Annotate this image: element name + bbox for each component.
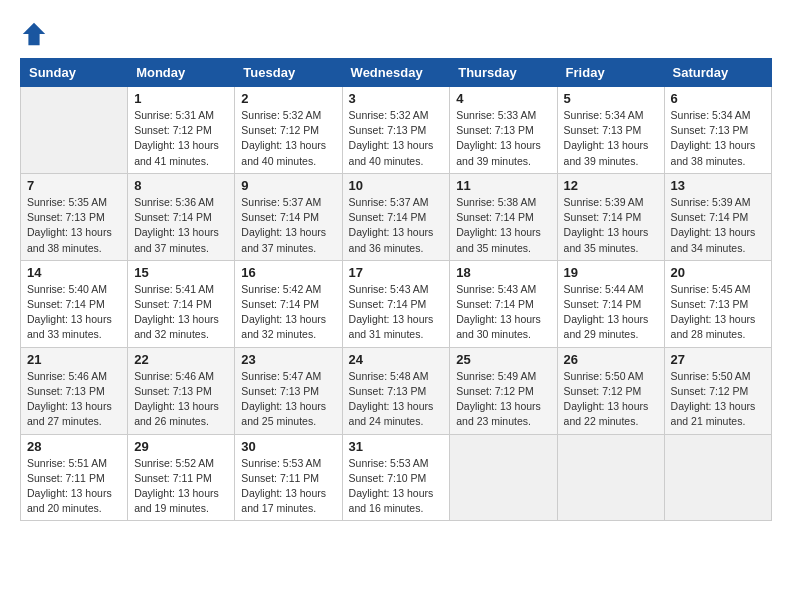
calendar-cell: 24Sunrise: 5:48 AMSunset: 7:13 PMDayligh… bbox=[342, 347, 450, 434]
day-number: 17 bbox=[349, 265, 444, 280]
day-info: Sunrise: 5:46 AMSunset: 7:13 PMDaylight:… bbox=[134, 369, 228, 430]
day-number: 30 bbox=[241, 439, 335, 454]
day-number: 10 bbox=[349, 178, 444, 193]
day-info: Sunrise: 5:44 AMSunset: 7:14 PMDaylight:… bbox=[564, 282, 658, 343]
day-number: 24 bbox=[349, 352, 444, 367]
day-number: 12 bbox=[564, 178, 658, 193]
calendar-cell: 7Sunrise: 5:35 AMSunset: 7:13 PMDaylight… bbox=[21, 173, 128, 260]
column-header-thursday: Thursday bbox=[450, 59, 557, 87]
week-row-4: 21Sunrise: 5:46 AMSunset: 7:13 PMDayligh… bbox=[21, 347, 772, 434]
day-info: Sunrise: 5:45 AMSunset: 7:13 PMDaylight:… bbox=[671, 282, 765, 343]
day-number: 31 bbox=[349, 439, 444, 454]
calendar-cell: 10Sunrise: 5:37 AMSunset: 7:14 PMDayligh… bbox=[342, 173, 450, 260]
calendar-cell: 31Sunrise: 5:53 AMSunset: 7:10 PMDayligh… bbox=[342, 434, 450, 521]
day-info: Sunrise: 5:36 AMSunset: 7:14 PMDaylight:… bbox=[134, 195, 228, 256]
day-info: Sunrise: 5:53 AMSunset: 7:11 PMDaylight:… bbox=[241, 456, 335, 517]
day-number: 25 bbox=[456, 352, 550, 367]
day-info: Sunrise: 5:41 AMSunset: 7:14 PMDaylight:… bbox=[134, 282, 228, 343]
day-number: 7 bbox=[27, 178, 121, 193]
calendar-body: 1Sunrise: 5:31 AMSunset: 7:12 PMDaylight… bbox=[21, 87, 772, 521]
day-info: Sunrise: 5:37 AMSunset: 7:14 PMDaylight:… bbox=[241, 195, 335, 256]
day-info: Sunrise: 5:52 AMSunset: 7:11 PMDaylight:… bbox=[134, 456, 228, 517]
calendar-cell: 13Sunrise: 5:39 AMSunset: 7:14 PMDayligh… bbox=[664, 173, 771, 260]
day-number: 13 bbox=[671, 178, 765, 193]
calendar-cell: 9Sunrise: 5:37 AMSunset: 7:14 PMDaylight… bbox=[235, 173, 342, 260]
day-info: Sunrise: 5:34 AMSunset: 7:13 PMDaylight:… bbox=[671, 108, 765, 169]
column-header-friday: Friday bbox=[557, 59, 664, 87]
calendar-header-row: SundayMondayTuesdayWednesdayThursdayFrid… bbox=[21, 59, 772, 87]
day-info: Sunrise: 5:53 AMSunset: 7:10 PMDaylight:… bbox=[349, 456, 444, 517]
logo bbox=[20, 20, 52, 48]
day-number: 22 bbox=[134, 352, 228, 367]
day-info: Sunrise: 5:32 AMSunset: 7:13 PMDaylight:… bbox=[349, 108, 444, 169]
calendar-cell: 1Sunrise: 5:31 AMSunset: 7:12 PMDaylight… bbox=[128, 87, 235, 174]
day-info: Sunrise: 5:48 AMSunset: 7:13 PMDaylight:… bbox=[349, 369, 444, 430]
calendar-table: SundayMondayTuesdayWednesdayThursdayFrid… bbox=[20, 58, 772, 521]
calendar-cell: 23Sunrise: 5:47 AMSunset: 7:13 PMDayligh… bbox=[235, 347, 342, 434]
day-info: Sunrise: 5:32 AMSunset: 7:12 PMDaylight:… bbox=[241, 108, 335, 169]
calendar-cell: 12Sunrise: 5:39 AMSunset: 7:14 PMDayligh… bbox=[557, 173, 664, 260]
day-info: Sunrise: 5:43 AMSunset: 7:14 PMDaylight:… bbox=[349, 282, 444, 343]
calendar-cell: 6Sunrise: 5:34 AMSunset: 7:13 PMDaylight… bbox=[664, 87, 771, 174]
calendar-cell bbox=[450, 434, 557, 521]
calendar-cell: 11Sunrise: 5:38 AMSunset: 7:14 PMDayligh… bbox=[450, 173, 557, 260]
calendar-cell bbox=[21, 87, 128, 174]
day-info: Sunrise: 5:47 AMSunset: 7:13 PMDaylight:… bbox=[241, 369, 335, 430]
column-header-wednesday: Wednesday bbox=[342, 59, 450, 87]
column-header-tuesday: Tuesday bbox=[235, 59, 342, 87]
day-info: Sunrise: 5:42 AMSunset: 7:14 PMDaylight:… bbox=[241, 282, 335, 343]
calendar-cell: 22Sunrise: 5:46 AMSunset: 7:13 PMDayligh… bbox=[128, 347, 235, 434]
day-number: 2 bbox=[241, 91, 335, 106]
day-number: 16 bbox=[241, 265, 335, 280]
day-number: 21 bbox=[27, 352, 121, 367]
day-number: 26 bbox=[564, 352, 658, 367]
day-info: Sunrise: 5:38 AMSunset: 7:14 PMDaylight:… bbox=[456, 195, 550, 256]
day-info: Sunrise: 5:34 AMSunset: 7:13 PMDaylight:… bbox=[564, 108, 658, 169]
day-number: 11 bbox=[456, 178, 550, 193]
svg-marker-0 bbox=[23, 23, 45, 45]
calendar-cell: 2Sunrise: 5:32 AMSunset: 7:12 PMDaylight… bbox=[235, 87, 342, 174]
calendar-cell: 4Sunrise: 5:33 AMSunset: 7:13 PMDaylight… bbox=[450, 87, 557, 174]
calendar-cell bbox=[557, 434, 664, 521]
day-info: Sunrise: 5:37 AMSunset: 7:14 PMDaylight:… bbox=[349, 195, 444, 256]
calendar-cell: 16Sunrise: 5:42 AMSunset: 7:14 PMDayligh… bbox=[235, 260, 342, 347]
day-number: 8 bbox=[134, 178, 228, 193]
day-number: 9 bbox=[241, 178, 335, 193]
column-header-saturday: Saturday bbox=[664, 59, 771, 87]
day-number: 1 bbox=[134, 91, 228, 106]
calendar-cell: 29Sunrise: 5:52 AMSunset: 7:11 PMDayligh… bbox=[128, 434, 235, 521]
day-number: 20 bbox=[671, 265, 765, 280]
week-row-5: 28Sunrise: 5:51 AMSunset: 7:11 PMDayligh… bbox=[21, 434, 772, 521]
calendar-cell: 18Sunrise: 5:43 AMSunset: 7:14 PMDayligh… bbox=[450, 260, 557, 347]
day-info: Sunrise: 5:50 AMSunset: 7:12 PMDaylight:… bbox=[564, 369, 658, 430]
day-number: 5 bbox=[564, 91, 658, 106]
calendar-cell: 30Sunrise: 5:53 AMSunset: 7:11 PMDayligh… bbox=[235, 434, 342, 521]
day-number: 23 bbox=[241, 352, 335, 367]
logo-icon bbox=[20, 20, 48, 48]
day-info: Sunrise: 5:33 AMSunset: 7:13 PMDaylight:… bbox=[456, 108, 550, 169]
page-header bbox=[20, 20, 772, 48]
calendar-cell: 21Sunrise: 5:46 AMSunset: 7:13 PMDayligh… bbox=[21, 347, 128, 434]
calendar-cell: 8Sunrise: 5:36 AMSunset: 7:14 PMDaylight… bbox=[128, 173, 235, 260]
day-number: 14 bbox=[27, 265, 121, 280]
day-number: 18 bbox=[456, 265, 550, 280]
calendar-cell: 26Sunrise: 5:50 AMSunset: 7:12 PMDayligh… bbox=[557, 347, 664, 434]
calendar-cell: 27Sunrise: 5:50 AMSunset: 7:12 PMDayligh… bbox=[664, 347, 771, 434]
day-number: 15 bbox=[134, 265, 228, 280]
day-info: Sunrise: 5:51 AMSunset: 7:11 PMDaylight:… bbox=[27, 456, 121, 517]
day-info: Sunrise: 5:49 AMSunset: 7:12 PMDaylight:… bbox=[456, 369, 550, 430]
calendar-cell: 15Sunrise: 5:41 AMSunset: 7:14 PMDayligh… bbox=[128, 260, 235, 347]
calendar-cell: 3Sunrise: 5:32 AMSunset: 7:13 PMDaylight… bbox=[342, 87, 450, 174]
calendar-cell: 17Sunrise: 5:43 AMSunset: 7:14 PMDayligh… bbox=[342, 260, 450, 347]
day-info: Sunrise: 5:50 AMSunset: 7:12 PMDaylight:… bbox=[671, 369, 765, 430]
day-info: Sunrise: 5:40 AMSunset: 7:14 PMDaylight:… bbox=[27, 282, 121, 343]
day-info: Sunrise: 5:31 AMSunset: 7:12 PMDaylight:… bbox=[134, 108, 228, 169]
day-number: 3 bbox=[349, 91, 444, 106]
calendar-cell: 5Sunrise: 5:34 AMSunset: 7:13 PMDaylight… bbox=[557, 87, 664, 174]
day-info: Sunrise: 5:35 AMSunset: 7:13 PMDaylight:… bbox=[27, 195, 121, 256]
calendar-cell: 19Sunrise: 5:44 AMSunset: 7:14 PMDayligh… bbox=[557, 260, 664, 347]
day-number: 19 bbox=[564, 265, 658, 280]
column-header-monday: Monday bbox=[128, 59, 235, 87]
day-number: 6 bbox=[671, 91, 765, 106]
calendar-cell: 25Sunrise: 5:49 AMSunset: 7:12 PMDayligh… bbox=[450, 347, 557, 434]
